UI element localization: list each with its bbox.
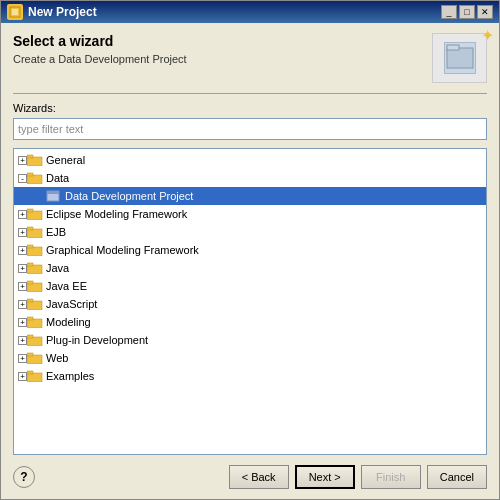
svg-rect-1 <box>12 9 18 15</box>
tree-item-general[interactable]: + General <box>14 151 486 169</box>
header-text: Select a wizard Create a Data Developmen… <box>13 33 187 65</box>
tree-label-examples: Examples <box>46 370 94 382</box>
header-section: Select a wizard Create a Data Developmen… <box>13 33 487 83</box>
page-title: Select a wizard <box>13 33 187 49</box>
tree-item-examples[interactable]: + Examples <box>14 367 486 385</box>
wizard-tree[interactable]: + General - Data <box>13 148 487 455</box>
tree-label-javascript: JavaScript <box>46 298 97 310</box>
svg-rect-7 <box>27 173 33 176</box>
minimize-button[interactable]: _ <box>441 5 457 19</box>
svg-rect-25 <box>27 335 33 338</box>
svg-rect-5 <box>27 155 33 158</box>
expander-javaee[interactable]: + <box>18 282 27 291</box>
folder-icon-javaee <box>27 279 43 293</box>
filter-input[interactable] <box>13 118 487 140</box>
expander-general[interactable]: + <box>18 156 27 165</box>
svg-rect-20 <box>27 301 42 310</box>
folder-icon-gmf <box>27 243 43 257</box>
svg-rect-28 <box>27 373 42 382</box>
tree-item-plugin[interactable]: + Plug-in Development <box>14 331 486 349</box>
svg-rect-21 <box>27 299 33 302</box>
wizard-star-icon: ✦ <box>481 26 494 45</box>
header-divider <box>13 93 487 94</box>
folder-icon-javascript <box>27 297 43 311</box>
tree-label-emf: Eclipse Modeling Framework <box>46 208 187 220</box>
wizard-icon-inner <box>444 42 476 74</box>
expander-java[interactable]: + <box>18 264 27 273</box>
svg-rect-18 <box>27 283 42 292</box>
expander-javascript[interactable]: + <box>18 300 27 309</box>
title-bar: New Project _ □ ✕ <box>1 1 499 23</box>
folder-icon-general <box>27 153 43 167</box>
tree-item-javaee[interactable]: + Java EE <box>14 277 486 295</box>
help-button[interactable]: ? <box>13 466 35 488</box>
next-button[interactable]: Next > <box>295 465 355 489</box>
tree-label-data-dev: Data Development Project <box>65 190 193 202</box>
tree-item-ejb[interactable]: + EJB <box>14 223 486 241</box>
svg-rect-22 <box>27 319 42 328</box>
window-icon <box>7 4 23 20</box>
tree-label-gmf: Graphical Modeling Framework <box>46 244 199 256</box>
wizards-label: Wizards: <box>13 102 487 114</box>
folder-icon-java <box>27 261 43 275</box>
folder-icon-ejb <box>27 225 43 239</box>
svg-rect-19 <box>27 281 33 284</box>
svg-rect-6 <box>27 175 42 184</box>
tree-item-javascript[interactable]: + JavaScript <box>14 295 486 313</box>
tree-label-javaee: Java EE <box>46 280 87 292</box>
action-buttons: < Back Next > Finish Cancel <box>229 465 487 489</box>
expander-emf[interactable]: + <box>18 210 27 219</box>
svg-rect-9 <box>47 191 59 194</box>
folder-icon-plugin <box>27 333 43 347</box>
svg-rect-12 <box>27 229 42 238</box>
expander-gmf[interactable]: + <box>18 246 27 255</box>
folder-icon-data <box>27 171 43 185</box>
svg-rect-11 <box>27 209 33 212</box>
expander-examples[interactable]: + <box>18 372 27 381</box>
tree-label-plugin: Plug-in Development <box>46 334 148 346</box>
tree-label-general: General <box>46 154 85 166</box>
svg-rect-26 <box>27 355 42 364</box>
new-project-window: New Project _ □ ✕ Select a wizard Create… <box>0 0 500 500</box>
expander-modeling[interactable]: + <box>18 318 27 327</box>
svg-rect-24 <box>27 337 42 346</box>
content-area: Select a wizard Create a Data Developmen… <box>1 23 499 499</box>
expander-data-dev <box>32 189 46 203</box>
maximize-button[interactable]: □ <box>459 5 475 19</box>
svg-rect-17 <box>27 263 33 266</box>
expander-web[interactable]: + <box>18 354 27 363</box>
project-icon-data-dev <box>46 189 62 203</box>
tree-label-web: Web <box>46 352 68 364</box>
tree-item-data-dev[interactable]: Data Development Project <box>14 187 486 205</box>
svg-rect-2 <box>447 48 473 68</box>
title-buttons: _ □ ✕ <box>441 5 493 19</box>
tree-label-modeling: Modeling <box>46 316 91 328</box>
page-subtitle: Create a Data Development Project <box>13 53 187 65</box>
expander-data[interactable]: - <box>18 174 27 183</box>
footer-section: ? < Back Next > Finish Cancel <box>13 455 487 489</box>
title-bar-left: New Project <box>7 4 97 20</box>
svg-rect-3 <box>447 45 459 50</box>
svg-rect-29 <box>27 371 33 374</box>
finish-button[interactable]: Finish <box>361 465 421 489</box>
tree-label-data: Data <box>46 172 69 184</box>
svg-rect-23 <box>27 317 33 320</box>
close-button[interactable]: ✕ <box>477 5 493 19</box>
tree-item-gmf[interactable]: + Graphical Modeling Framework <box>14 241 486 259</box>
folder-icon-web <box>27 351 43 365</box>
svg-rect-10 <box>27 211 42 220</box>
svg-rect-16 <box>27 265 42 274</box>
window-title: New Project <box>28 5 97 19</box>
expander-plugin[interactable]: + <box>18 336 27 345</box>
back-button[interactable]: < Back <box>229 465 289 489</box>
tree-item-java[interactable]: + Java <box>14 259 486 277</box>
folder-icon-modeling <box>27 315 43 329</box>
expander-ejb[interactable]: + <box>18 228 27 237</box>
svg-rect-13 <box>27 227 33 230</box>
tree-item-data[interactable]: - Data <box>14 169 486 187</box>
tree-item-modeling[interactable]: + Modeling <box>14 313 486 331</box>
tree-item-emf[interactable]: + Eclipse Modeling Framework <box>14 205 486 223</box>
cancel-button[interactable]: Cancel <box>427 465 487 489</box>
tree-item-web[interactable]: + Web <box>14 349 486 367</box>
tree-label-java: Java <box>46 262 69 274</box>
